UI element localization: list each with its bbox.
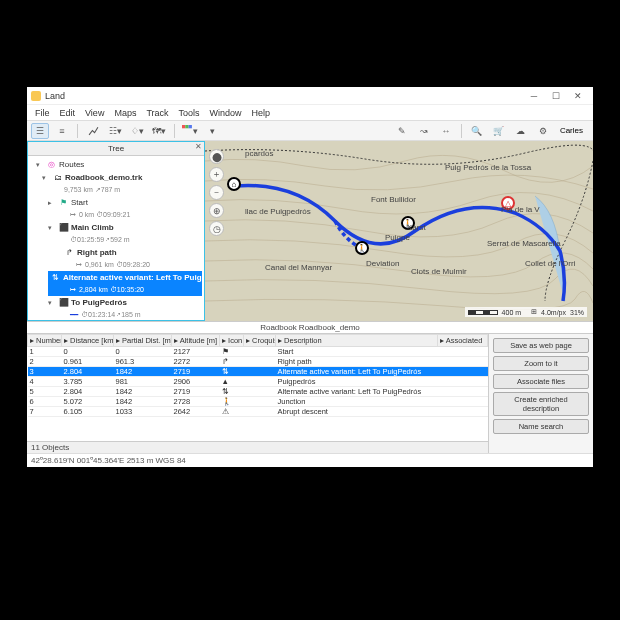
list-button[interactable]: ≡ [53,123,71,139]
menu-file[interactable]: File [35,108,50,118]
col-icon[interactable]: ▸ Icon [220,335,244,347]
table-row[interactable]: 1002127⚑ Start [28,347,488,357]
tree-seg-climb[interactable]: Main Climb [71,222,114,233]
zoom-in-button[interactable]: ＋ [209,167,224,182]
tree-seg-topuig[interactable]: To PuigPedrós [71,297,127,308]
waypoint-tool-button[interactable]: ↝ [415,123,433,139]
table-row[interactable]: 32.80418422719⇅ Alternate active variant… [28,367,488,377]
minimize-button[interactable]: ─ [523,87,545,105]
palette-button[interactable]: ▾ [181,123,199,139]
map-label: Pla de la V [501,205,540,214]
search-button[interactable]: 🔍 [468,123,486,139]
user-label[interactable]: Carles [560,126,583,135]
map-view[interactable]: ⌂ 🚶 🚶 △ pcardosPuig Pedrós de la Tossall… [205,141,593,321]
app-title: Land [45,91,65,101]
svg-rect-0 [182,125,185,128]
cart-button[interactable]: 🛒 [490,123,508,139]
zoom-fit-button[interactable]: ⊕ [209,203,224,218]
associate-button[interactable]: Associate files [493,374,589,389]
svg-rect-2 [189,125,192,128]
menu-track[interactable]: Track [146,108,168,118]
map-label: Serrat de Mascarella [487,239,561,248]
map-scalebar: 400 m ⊞ 4.0m/px 31% [465,307,587,317]
segment-icon: ⬛ [59,223,68,232]
tree-header: Tree ✕ [28,142,204,156]
title-bar: Land ─ ☐ ✕ [27,87,593,105]
zoom-out-button[interactable]: － [209,185,224,200]
zoom-to-button[interactable]: Zoom to it [493,356,589,371]
status-bar: 42º28.619'N 001º45.364'E 2513 m WGS 84 [27,453,593,467]
table-row[interactable]: 52.80418422719⇅ Alternate active variant… [28,387,488,397]
tree-seg-variant[interactable]: Alternate active variant: Left To PuigPe… [63,272,204,283]
map-label: Puigpe [385,233,410,242]
menu-maps[interactable]: Maps [114,108,136,118]
map-button[interactable]: 🗺▾ [150,123,168,139]
variant-icon: ⇅ [51,273,60,282]
settings-button[interactable]: ⚙ [534,123,552,139]
menu-view[interactable]: View [85,108,104,118]
roadbook-grid[interactable]: ▸ Number▸ Distance [km]▸ Partial Dist. [… [27,333,488,453]
maximize-button[interactable]: ☐ [545,87,567,105]
col-associated[interactable]: ▸ Associated [438,335,488,347]
map-label: Font Bullidor [371,195,416,204]
col-distance-km-[interactable]: ▸ Distance [km] [62,335,114,347]
enriched-button[interactable]: Create enriched description [493,392,589,416]
col-partial-dist-m-[interactable]: ▸ Partial Dist. [m] [114,335,172,347]
track-icon: 🗂 [53,173,62,182]
col-altitude-m-[interactable]: ▸ Altitude [m] [172,335,220,347]
name-search-button[interactable]: Name search [493,419,589,434]
table-row[interactable]: 20.961961.32272↱ Right path [28,357,488,367]
map-label: pcardos [245,149,273,158]
map-label: Deviation [366,259,399,268]
turn-icon: ↱ [65,248,74,257]
grid-footer: 11 Objects [27,441,488,453]
tree-panel: Tree ✕ ▾◎Routes ▾🗂Roadbook_demo.trk 9,75… [27,141,205,321]
table-row[interactable]: 43.7859812906▲ Puigpedrós [28,377,488,387]
tree-title: Tree [108,144,124,153]
scale-label: 400 m [502,309,521,316]
tree-close-button[interactable]: ✕ [195,142,202,151]
calendar-button[interactable]: ☷▾ [106,123,124,139]
grid-title: Roadbook Roadbook_demo [27,321,593,333]
routes-icon: ◎ [47,160,56,169]
toggle-tree-button[interactable]: ☰ [31,123,49,139]
col-number[interactable]: ▸ Number [28,335,62,347]
close-button[interactable]: ✕ [567,87,589,105]
save-web-button[interactable]: Save as web page [493,338,589,353]
tree-seg-start[interactable]: Start [71,197,88,208]
layers-button[interactable]: ♢▾ [128,123,146,139]
menu-window[interactable]: Window [210,108,242,118]
action-panel: Save as web page Zoom to it Associate fi… [488,333,593,453]
mode-button[interactable]: ◷ [209,221,224,236]
compass-button[interactable]: ⬤ [209,149,224,164]
filter-button[interactable]: ▾ [203,123,221,139]
tree-track-name[interactable]: Roadbook_demo.trk [65,172,142,183]
tree-body[interactable]: ▾◎Routes ▾🗂Roadbook_demo.trk 9,753 km ↗7… [28,156,204,320]
flag-icon: ⚑ [59,198,68,207]
table-row[interactable]: 65.07218422728🚶 Junction [28,397,488,407]
cloud-button[interactable]: ☁ [512,123,530,139]
menu-bar: File Edit View Maps Track Tools Window H… [27,105,593,121]
zoom-label: 4.0m/px [541,309,566,316]
segment-icon: ⬛ [59,298,68,307]
svg-rect-3 [205,141,593,321]
tree-seg-right[interactable]: Right path [77,247,117,258]
graph-button[interactable] [84,123,102,139]
map-label: Canal del Mannyar [265,263,332,272]
menu-tools[interactable]: Tools [179,108,200,118]
col-description[interactable]: ▸ Description [276,335,438,347]
tree-seg-variant-stats: 2,804 km ⏱10:35:20 [79,285,144,295]
tree-track-stats: 9,753 km ↗787 m [64,185,120,195]
map-label: Collet de l'Orri [525,259,575,268]
tree-seg-climb-stats: ⏱01:25:59 ↗592 m [70,235,130,245]
measure-tool-button[interactable]: ↔ [437,123,455,139]
tree-root-label[interactable]: Routes [59,159,84,170]
table-row[interactable]: 76.10510332642⚠ Abrupt descent [28,407,488,417]
waypoint-start[interactable]: ⌂ [227,177,241,191]
waypoint-deviation[interactable]: 🚶 [355,241,369,255]
col-croquis[interactable]: ▸ Croquis [244,335,276,347]
map-label: Puig Pedrós de la Tossa [445,163,531,172]
menu-help[interactable]: Help [252,108,271,118]
menu-edit[interactable]: Edit [60,108,76,118]
route-tool-button[interactable]: ✎ [393,123,411,139]
